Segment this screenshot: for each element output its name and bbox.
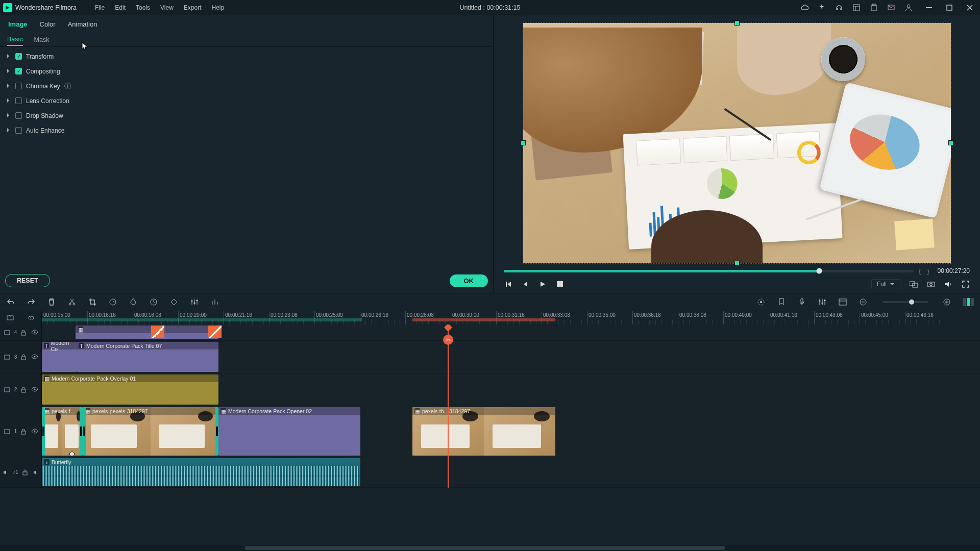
- lock-icon[interactable]: [21, 387, 27, 393]
- preview-scrubber[interactable]: [504, 270, 914, 272]
- prop-row-compositing[interactable]: ✓Compositing: [0, 64, 493, 79]
- audio-mixer-icon[interactable]: [210, 297, 219, 307]
- menu-export[interactable]: Export: [179, 4, 207, 11]
- freeze-frame-icon[interactable]: [149, 297, 158, 307]
- clip[interactable]: ▦: [76, 325, 218, 339]
- checkbox[interactable]: ✓: [15, 53, 22, 60]
- track-insert-icon[interactable]: [7, 314, 14, 321]
- color-button[interactable]: [129, 297, 138, 307]
- link-icon[interactable]: [28, 314, 35, 321]
- eye-icon[interactable]: [31, 330, 37, 336]
- undo-button[interactable]: [6, 297, 15, 307]
- lock-icon[interactable]: [21, 429, 27, 435]
- track-lane-t1[interactable]: ▦pexels-f…▦pexels-pexels-3184297▦Modern …: [42, 406, 980, 457]
- transition-marker[interactable]: [151, 325, 164, 338]
- checkbox[interactable]: ✓: [15, 68, 22, 74]
- lock-icon[interactable]: [21, 330, 27, 336]
- help-icon[interactable]: i: [64, 83, 71, 89]
- prev-frame-button[interactable]: [504, 280, 512, 288]
- menu-edit[interactable]: Edit: [110, 4, 131, 11]
- ok-button[interactable]: OK: [450, 274, 488, 287]
- track-head-t1[interactable]: 1: [0, 406, 41, 457]
- preview-dual-icon[interactable]: [910, 280, 918, 288]
- user-icon[interactable]: [904, 4, 913, 12]
- fullscreen-button[interactable]: [962, 280, 970, 288]
- zoom-fit-icon[interactable]: [963, 298, 974, 306]
- cloud-icon[interactable]: [800, 4, 808, 12]
- track-head-t2[interactable]: 2: [0, 373, 41, 406]
- track-head-t4[interactable]: 4: [0, 324, 41, 341]
- thumbnails-icon[interactable]: [838, 297, 847, 307]
- resize-handle-right[interactable]: [948, 140, 953, 145]
- checkbox[interactable]: [15, 127, 22, 134]
- clip-trim-left[interactable]: [83, 407, 86, 456]
- fade-keyframe[interactable]: [69, 452, 75, 456]
- checkbox[interactable]: [15, 83, 22, 89]
- track-lane-t4[interactable]: ▦: [42, 324, 980, 341]
- resize-handle-bottom[interactable]: [734, 261, 740, 266]
- clip[interactable]: ▦Modern Corporate Pack Opener 02: [218, 407, 360, 456]
- prop-row-chroma-key[interactable]: Chroma Keyi: [0, 79, 493, 93]
- mark-in-brace[interactable]: {: [918, 267, 922, 275]
- stop-button[interactable]: [556, 280, 564, 288]
- zoom-in-button[interactable]: [942, 297, 951, 307]
- mark-out-brace[interactable]: }: [926, 267, 930, 275]
- headset-icon[interactable]: [835, 4, 843, 12]
- prop-row-lens-correction[interactable]: Lens Correction: [0, 93, 493, 108]
- mail-icon[interactable]: [887, 4, 895, 12]
- menu-view[interactable]: View: [155, 4, 179, 11]
- eye-icon[interactable]: [31, 387, 37, 393]
- clipboard-icon[interactable]: [870, 4, 878, 12]
- eye-icon[interactable]: [31, 354, 37, 360]
- prop-row-auto-enhance[interactable]: Auto Enhance: [0, 123, 493, 138]
- track-head-t3[interactable]: 3: [0, 341, 41, 373]
- render-preview-icon[interactable]: [756, 297, 766, 307]
- track-lane-t2[interactable]: ▦Modern Corporate Pack Overlay 01: [42, 373, 980, 406]
- redo-button[interactable]: [27, 297, 36, 307]
- lock-icon[interactable]: [21, 354, 27, 360]
- clip[interactable]: ▦pexels-pexels-3184297: [83, 407, 218, 456]
- track-head-a1[interactable]: ♪1: [0, 457, 41, 488]
- split-button[interactable]: [67, 297, 77, 307]
- menu-file[interactable]: File: [90, 4, 110, 11]
- mute-button[interactable]: [944, 280, 952, 288]
- marker-icon[interactable]: [777, 297, 786, 307]
- transition-marker[interactable]: [208, 325, 222, 338]
- window-minimize[interactable]: [919, 0, 939, 15]
- zoom-slider[interactable]: [882, 301, 928, 303]
- voiceover-icon[interactable]: [797, 297, 806, 307]
- preview-quality-select[interactable]: Full: [871, 279, 900, 289]
- clip[interactable]: ▦pexels-f…: [42, 407, 83, 456]
- keyframe-icon[interactable]: [169, 297, 179, 307]
- window-close[interactable]: [960, 0, 980, 15]
- prop-subtab-basic[interactable]: Basic: [7, 34, 23, 46]
- crop-button[interactable]: [88, 297, 97, 307]
- adjust-icon[interactable]: [190, 297, 199, 307]
- menu-help[interactable]: Help: [206, 4, 229, 11]
- checkbox[interactable]: [15, 112, 22, 119]
- clip[interactable]: ▦pexels-th…3184297: [412, 407, 555, 456]
- eye-icon[interactable]: [31, 429, 37, 435]
- clip[interactable]: ♪Butterfly: [42, 458, 360, 486]
- speed-button[interactable]: [108, 297, 117, 307]
- prop-tab-animation[interactable]: Animation: [68, 17, 97, 31]
- timeline-hscrollbar[interactable]: [0, 545, 980, 551]
- prop-tab-color[interactable]: Color: [40, 17, 56, 31]
- reset-button[interactable]: RESET: [5, 274, 50, 287]
- track-lane-t3[interactable]: TModern CoTModern Corporate Pack Title 0…: [42, 341, 980, 373]
- play-button[interactable]: [538, 280, 547, 288]
- track-lane-a1[interactable]: ♪Butterfly: [42, 457, 980, 488]
- sparkle-icon[interactable]: [818, 4, 826, 12]
- prop-row-transform[interactable]: ✓Transform: [0, 49, 493, 64]
- clip[interactable]: TModern Corporate Pack Title 07: [77, 342, 218, 372]
- lock-icon[interactable]: [22, 469, 29, 475]
- prop-row-drop-shadow[interactable]: Drop Shadow: [0, 108, 493, 123]
- delete-button[interactable]: [47, 297, 56, 307]
- prop-tab-image[interactable]: Image: [8, 17, 28, 31]
- preview-viewport[interactable]: [523, 22, 951, 264]
- mixer-panel-icon[interactable]: [818, 297, 827, 307]
- clip[interactable]: ▦Modern Corporate Pack Overlay 01: [42, 374, 218, 405]
- resize-handle-top[interactable]: [734, 20, 740, 26]
- prop-subtab-mask[interactable]: Mask: [34, 34, 50, 45]
- step-back-button[interactable]: [521, 280, 529, 288]
